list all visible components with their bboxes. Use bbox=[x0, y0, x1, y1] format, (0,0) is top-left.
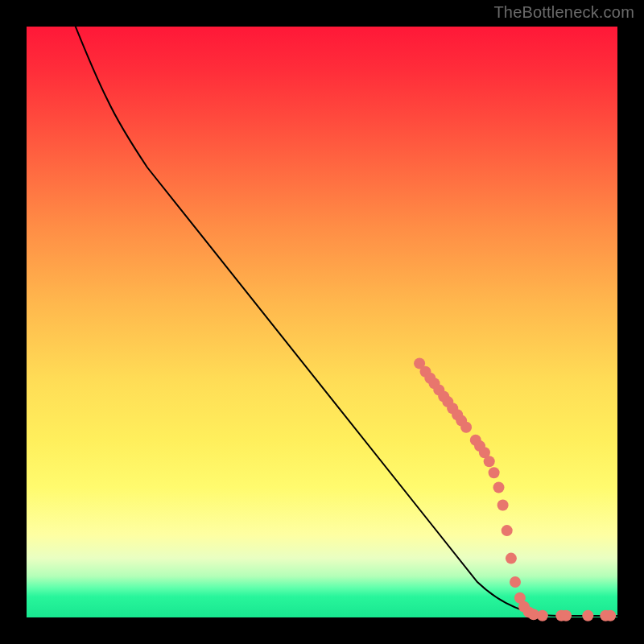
data-point bbox=[460, 422, 472, 433]
data-point bbox=[497, 500, 509, 511]
chart-frame: TheBottleneck.com bbox=[0, 0, 644, 644]
bottleneck-curve bbox=[75, 25, 622, 616]
watermark-text: TheBottleneck.com bbox=[493, 3, 634, 22]
data-point bbox=[582, 610, 593, 621]
curve-layer bbox=[27, 27, 617, 617]
data-markers bbox=[414, 357, 616, 621]
data-point bbox=[502, 525, 513, 536]
data-point bbox=[489, 467, 500, 478]
data-point bbox=[506, 553, 517, 564]
data-point bbox=[510, 576, 521, 588]
data-point bbox=[605, 610, 616, 621]
data-point bbox=[493, 482, 505, 493]
plot-area bbox=[27, 27, 617, 617]
data-point bbox=[537, 610, 548, 621]
data-point bbox=[560, 610, 572, 621]
data-point bbox=[484, 456, 495, 467]
